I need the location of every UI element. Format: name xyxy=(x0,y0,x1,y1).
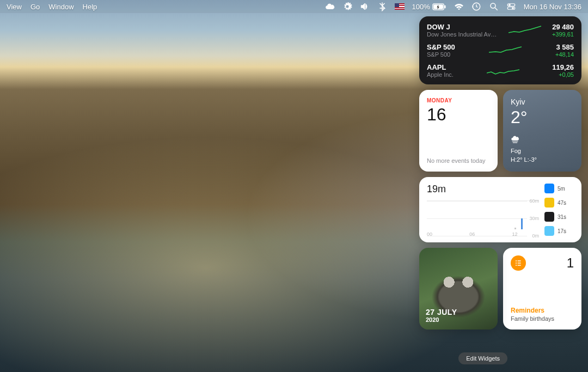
stock-row[interactable]: AAPL Apple Inc. 119,26 +0,05 xyxy=(427,63,574,78)
calendar-date: 16 xyxy=(427,105,490,125)
stock-row[interactable]: S&P 500 S&P 500 3 585 +48,14 xyxy=(427,43,574,58)
svg-point-12 xyxy=(516,260,517,261)
menu-window[interactable]: Window xyxy=(48,3,74,11)
calendar-day-label: MONDAY xyxy=(427,97,490,103)
screentime-chart: 60m 30m 0m 00 06 12 xyxy=(427,200,539,236)
svg-point-13 xyxy=(516,263,517,264)
stock-name: Apple Inc. xyxy=(427,71,454,78)
weather-cond: Fog xyxy=(511,147,574,155)
photos-widget[interactable]: 27 JULY 2020 xyxy=(419,248,498,330)
gear-icon[interactable] xyxy=(342,2,352,11)
stock-name: S&P 500 xyxy=(427,51,455,58)
svg-point-4 xyxy=(491,3,495,8)
edit-widgets-button[interactable]: Edit Widgets xyxy=(458,352,507,364)
sparkline-icon xyxy=(509,24,541,37)
fog-icon xyxy=(511,135,519,144)
wifi-icon[interactable] xyxy=(454,2,464,11)
grid-label: 60m xyxy=(529,198,539,204)
app-time: 47s xyxy=(558,200,566,206)
bar xyxy=(514,228,516,229)
weather-temp: 2° xyxy=(511,107,574,127)
svg-point-9 xyxy=(512,8,513,9)
screentime-total: 19m xyxy=(427,184,539,195)
screentime-widget[interactable]: 19m 60m 30m 0m 00 06 12 5m 47s 31s 17s xyxy=(419,177,581,242)
input-flag-icon[interactable] xyxy=(395,3,405,10)
menubar-datetime[interactable]: Mon 16 Nov 13:36 xyxy=(524,3,581,11)
battery-status[interactable]: 100% xyxy=(412,3,446,11)
menubar-left: View Go Window Help xyxy=(7,3,97,11)
app-time: 17s xyxy=(558,228,566,234)
stock-change: +48,14 xyxy=(555,51,574,58)
svg-point-14 xyxy=(516,265,517,266)
app-row: 47s xyxy=(544,198,574,208)
app-icon xyxy=(544,212,554,222)
reminders-title: Reminders xyxy=(511,307,574,314)
spotlight-icon[interactable] xyxy=(489,2,499,11)
menubar: View Go Window Help 100% Mon 16 Nov 13:3… xyxy=(0,0,588,13)
stock-price: 119,26 xyxy=(552,63,574,71)
x-label: 12 xyxy=(512,231,518,237)
app-row: 5m xyxy=(544,184,574,193)
bar xyxy=(521,218,523,229)
app-time: 5m xyxy=(558,186,565,192)
stocks-widget[interactable]: DOW J Dow Jones Industrial Average 29 48… xyxy=(419,16,581,84)
x-label: 00 xyxy=(427,231,432,237)
sparkline-icon xyxy=(487,64,519,77)
stock-name: Dow Jones Industrial Average xyxy=(427,31,498,38)
grid-label: 0m xyxy=(532,233,539,239)
widget-row: MONDAY 16 No more events today Kyiv 2° F… xyxy=(419,90,581,172)
menu-help[interactable]: Help xyxy=(83,3,97,11)
photo-date: 27 JULY xyxy=(426,308,457,316)
menubar-right: 100% Mon 16 Nov 13:36 xyxy=(325,2,581,11)
app-icon xyxy=(544,198,554,208)
x-label: 06 xyxy=(469,231,475,237)
list-icon xyxy=(511,255,526,271)
reminders-widget[interactable]: 1 Reminders Family birthdays xyxy=(503,248,581,330)
battery-icon xyxy=(432,3,446,10)
app-time: 31s xyxy=(558,214,566,220)
weather-hilo: H:2° L:-3° xyxy=(511,156,574,164)
battery-pct: 100% xyxy=(412,3,430,11)
timemachine-icon[interactable] xyxy=(471,2,481,11)
bluetooth-icon[interactable] xyxy=(377,2,387,11)
app-row: 31s xyxy=(544,212,574,222)
screentime-apps: 5m 47s 31s 17s xyxy=(544,184,574,236)
stock-change: +0,05 xyxy=(552,71,574,78)
svg-rect-2 xyxy=(444,5,445,8)
grid-label: 30m xyxy=(529,216,539,221)
menu-go[interactable]: Go xyxy=(30,3,40,11)
stock-price: 3 585 xyxy=(555,43,574,51)
menu-view[interactable]: View xyxy=(7,3,22,11)
weather-widget[interactable]: Kyiv 2° Fog H:2° L:-3° xyxy=(503,90,581,172)
reminders-subtitle: Family birthdays xyxy=(511,315,574,322)
stock-symbol: S&P 500 xyxy=(427,43,455,51)
weather-city: Kyiv xyxy=(511,97,574,106)
widget-row: 27 JULY 2020 1 Reminders Family birthday… xyxy=(419,248,581,330)
stock-change: +399,61 xyxy=(552,31,574,38)
stock-symbol: AAPL xyxy=(427,63,454,71)
sparkline-icon xyxy=(489,44,522,57)
svg-line-5 xyxy=(495,8,498,10)
cloud-icon[interactable] xyxy=(325,2,335,11)
widget-panel: DOW J Dow Jones Industrial Average 29 48… xyxy=(419,16,581,330)
svg-point-7 xyxy=(509,4,510,6)
calendar-note: No more events today xyxy=(427,157,490,164)
app-icon xyxy=(544,226,554,236)
stock-price: 29 480 xyxy=(552,23,574,31)
stock-row[interactable]: DOW J Dow Jones Industrial Average 29 48… xyxy=(427,23,574,38)
reminders-count: 1 xyxy=(567,255,574,271)
photo-year: 2020 xyxy=(426,316,457,323)
app-icon xyxy=(544,184,554,193)
stock-symbol: DOW J xyxy=(427,23,498,31)
calendar-widget[interactable]: MONDAY 16 No more events today xyxy=(419,90,498,172)
app-row: 17s xyxy=(544,226,574,236)
control-center-icon[interactable] xyxy=(506,2,516,11)
volume-icon[interactable] xyxy=(360,2,370,11)
